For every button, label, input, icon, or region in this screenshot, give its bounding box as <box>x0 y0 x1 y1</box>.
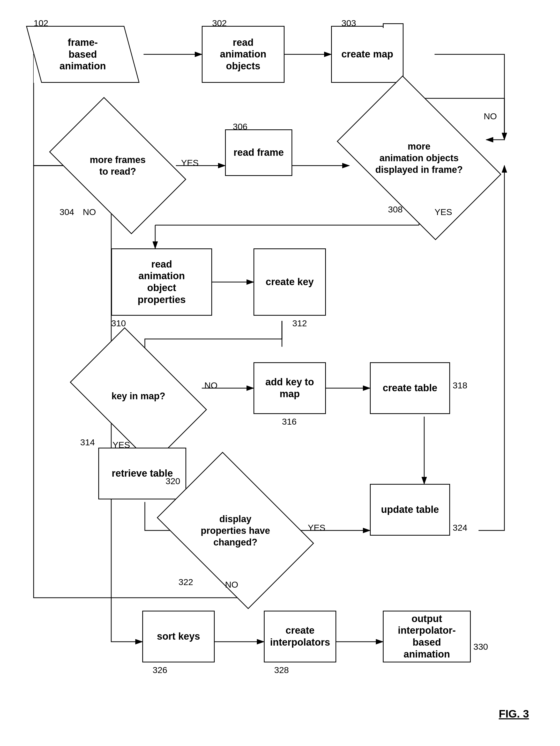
label-328: 328 <box>274 665 289 675</box>
display-props-changed-diamond: displayproperties havechanged? <box>171 484 300 577</box>
create-table-node: create table <box>370 362 450 414</box>
no-key-in-map: NO <box>204 380 217 391</box>
read-animation-objects-node: readanimationobjects <box>202 26 285 83</box>
figure-label: FIG. 3 <box>499 708 529 720</box>
label-316: 316 <box>282 417 297 427</box>
label-312: 312 <box>292 318 307 328</box>
label-308: 308 <box>388 204 403 214</box>
no-display-props: NO <box>225 580 238 590</box>
create-map-node: create map <box>331 26 404 83</box>
key-in-map-diamond: key in map? <box>80 357 197 435</box>
yes-display-props: YES <box>308 523 325 533</box>
update-table-node: update table <box>370 484 450 536</box>
label-304: 304 <box>59 207 74 217</box>
label-310: 310 <box>111 318 126 328</box>
frame-based-animation-node: frame-basedanimation <box>34 26 132 83</box>
label-302: 302 <box>212 18 227 28</box>
label-303: 303 <box>342 18 356 28</box>
label-306: 306 <box>233 122 247 132</box>
yes-more-anim-objects: YES <box>435 207 452 217</box>
label-102: 102 <box>34 18 48 28</box>
label-318: 318 <box>453 380 467 391</box>
yes-more-frames: YES <box>181 158 199 168</box>
label-330: 330 <box>473 642 488 652</box>
more-anim-objects-diamond: moreanimation objectsdisplayed in frame? <box>349 111 489 204</box>
output-interpolator-node: outputinterpolator-basedanimation <box>383 611 471 662</box>
label-324: 324 <box>453 523 467 533</box>
no-more-anim-objects: NO <box>484 111 497 121</box>
label-314: 314 <box>80 437 95 448</box>
flowchart-diagram: frame-basedanimation 102 readanimationob… <box>0 0 560 746</box>
label-322: 322 <box>178 577 193 587</box>
more-frames-diamond: more framesto read? <box>59 127 176 204</box>
read-anim-obj-props-node: readanimationobjectproperties <box>111 249 212 316</box>
create-key-node: create key <box>254 249 326 316</box>
add-key-to-map-node: add key tomap <box>254 362 326 414</box>
no-more-frames: NO <box>83 207 96 217</box>
read-frame-node: read frame <box>225 130 292 176</box>
create-interpolators-node: createinterpolators <box>264 611 336 662</box>
label-326: 326 <box>153 665 167 675</box>
sort-keys-node: sort keys <box>142 611 215 662</box>
